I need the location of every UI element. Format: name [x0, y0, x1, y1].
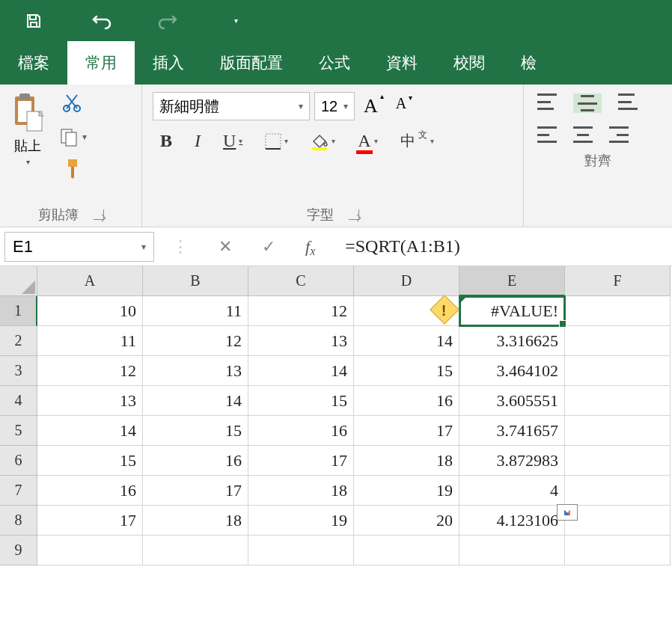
cell[interactable]: 19 — [248, 506, 354, 536]
cell[interactable]: 14 — [248, 356, 354, 386]
tab-4[interactable]: 公式 — [301, 41, 368, 85]
column-header[interactable]: A — [37, 266, 143, 296]
cell[interactable]: 3.872983 — [459, 446, 565, 476]
cancel-formula-button[interactable]: ✕ — [219, 237, 232, 257]
format-painter-button[interactable] — [62, 158, 83, 182]
row-header[interactable]: 9 — [0, 536, 37, 565]
cell[interactable]: 14 — [143, 386, 248, 416]
tab-6[interactable]: 校閱 — [436, 41, 503, 85]
dialog-launcher-icon[interactable] — [94, 209, 104, 220]
cell[interactable]: 18 — [354, 446, 459, 476]
row-header[interactable]: 8 — [0, 506, 37, 536]
save-icon[interactable] — [22, 10, 45, 32]
cell[interactable]: 17 — [143, 476, 248, 506]
font-name-selector[interactable]: 新細明體 ▾ — [153, 92, 310, 120]
row-header[interactable]: 4 — [0, 386, 37, 416]
cell[interactable] — [143, 536, 248, 565]
cell[interactable]: 10 — [37, 296, 143, 326]
qat-customize-icon[interactable]: ▾ — [224, 10, 247, 32]
cell[interactable]: 11 — [143, 296, 248, 326]
cell[interactable]: 17 — [37, 506, 143, 536]
column-header[interactable]: D — [354, 266, 459, 296]
cell[interactable] — [565, 416, 671, 446]
row-header[interactable]: 5 — [0, 416, 37, 446]
fill-color-button[interactable]: ▾ — [311, 132, 335, 150]
column-header[interactable]: E — [459, 266, 565, 296]
bold-button[interactable]: B — [160, 131, 172, 151]
cell[interactable]: 13 — [143, 356, 248, 386]
column-header[interactable]: B — [143, 266, 248, 296]
cell[interactable]: 12 — [37, 356, 143, 386]
cell[interactable]: 16 — [354, 386, 459, 416]
cell[interactable] — [565, 446, 671, 476]
select-all-corner[interactable] — [0, 266, 37, 296]
font-size-selector[interactable]: 12 ▾ — [314, 92, 355, 120]
cell[interactable]: 14 — [37, 416, 143, 446]
cell[interactable]: #VALUE! — [459, 296, 565, 326]
italic-button[interactable]: I — [195, 131, 201, 151]
cell[interactable]: 16 — [248, 416, 354, 446]
undo-icon[interactable] — [90, 10, 112, 32]
cell[interactable]: 3.464102 — [459, 356, 565, 386]
cell[interactable]: 16 — [37, 476, 143, 506]
row-header[interactable]: 3 — [0, 356, 37, 386]
align-left-button[interactable] — [537, 126, 557, 143]
tab-3[interactable]: 版面配置 — [202, 41, 301, 85]
cell[interactable] — [565, 536, 671, 565]
phonetic-guide-button[interactable]: 中文 ▾ — [400, 131, 434, 151]
cell[interactable] — [565, 296, 671, 326]
cell[interactable]: 13 — [248, 326, 354, 356]
cell[interactable]: 20 — [354, 506, 459, 536]
row-header[interactable]: 1 — [0, 296, 37, 326]
cell[interactable]: 17 — [354, 416, 459, 446]
cell[interactable]: 13 — [37, 386, 143, 416]
cell[interactable] — [459, 536, 565, 565]
tab-1[interactable]: 常用 — [67, 41, 135, 85]
insert-function-button[interactable]: fx — [305, 237, 315, 257]
cell[interactable] — [565, 506, 671, 536]
formula-input[interactable]: =SQRT(A1:B1) — [330, 236, 672, 257]
row-header[interactable]: 2 — [0, 326, 37, 356]
tab-7[interactable]: 檢 — [503, 41, 555, 85]
cell[interactable]: 16 — [143, 446, 248, 476]
copy-button[interactable]: ▾ — [58, 126, 87, 147]
cell[interactable]: 15 — [354, 356, 459, 386]
tab-0[interactable]: 檔案 — [0, 41, 67, 85]
align-top-button[interactable] — [537, 93, 557, 113]
cell[interactable] — [565, 326, 671, 356]
underline-button[interactable]: U▾ — [223, 131, 242, 151]
cell[interactable]: 12 — [248, 296, 354, 326]
cell[interactable]: 4 — [459, 476, 565, 506]
cell[interactable]: 12 — [143, 326, 248, 356]
font-color-button[interactable]: A ▾ — [358, 131, 377, 151]
cell[interactable]: 4.123106 — [459, 506, 565, 536]
cell[interactable]: 11 — [37, 326, 143, 356]
row-header[interactable]: 6 — [0, 446, 37, 476]
cell[interactable] — [565, 386, 671, 416]
column-header[interactable]: F — [565, 266, 671, 296]
cell[interactable]: 15 — [248, 386, 354, 416]
autofill-options-icon[interactable] — [557, 504, 578, 521]
borders-button[interactable]: ▾ — [265, 133, 288, 150]
cell[interactable]: 3.741657 — [459, 416, 565, 446]
cell[interactable]: 18 — [143, 506, 248, 536]
tab-5[interactable]: 資料 — [368, 41, 436, 85]
align-middle-button[interactable] — [573, 93, 602, 113]
cell[interactable]: 17 — [248, 446, 354, 476]
increase-font-button[interactable]: A▴ — [364, 95, 378, 117]
paste-button[interactable]: 貼上 ▾ — [6, 89, 49, 169]
cell[interactable]: 15 — [37, 446, 143, 476]
row-header[interactable]: 7 — [0, 476, 37, 506]
cell[interactable]: 14 — [354, 326, 459, 356]
column-header[interactable]: C — [248, 266, 354, 296]
tab-2[interactable]: 插入 — [135, 41, 202, 85]
cell[interactable]: 19 — [354, 476, 459, 506]
cell[interactable]: 3.316625 — [459, 326, 565, 356]
name-box[interactable]: E1 ▾ — [4, 232, 154, 262]
redo-icon[interactable] — [157, 10, 180, 32]
enter-formula-button[interactable]: ✓ — [262, 237, 275, 257]
decrease-font-button[interactable]: A▾ — [385, 95, 406, 117]
cell[interactable]: 18 — [248, 476, 354, 506]
cut-button[interactable] — [62, 92, 83, 116]
spreadsheet-grid[interactable]: ABCDEF110111213#VALUE!2111213143.3166253… — [0, 266, 672, 565]
